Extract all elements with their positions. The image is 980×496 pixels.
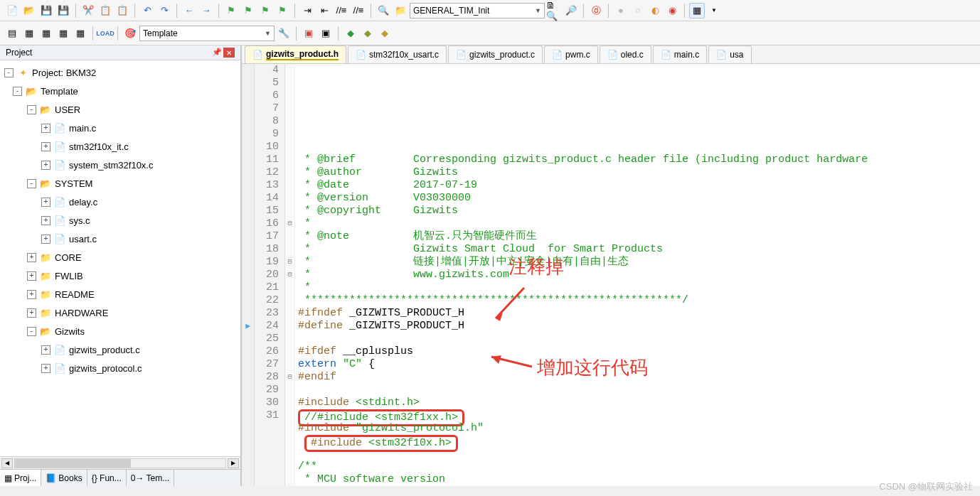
twisty-icon[interactable]: - (27, 105, 36, 114)
debug-button[interactable]: ⓓ (588, 3, 604, 18)
nav-back-button[interactable]: ← (181, 3, 197, 18)
editor-tab[interactable]: 📄oled.c (600, 45, 651, 63)
code-line[interactable]: #endif (298, 371, 980, 384)
code-content[interactable]: 注释掉 增加这行代码 * @brief Corresponding gizwit… (295, 64, 980, 486)
paste-button[interactable]: 📋 (114, 3, 130, 18)
code-line[interactable]: * MCU software version (298, 473, 980, 486)
code-line[interactable]: * @copyright Gizwits (298, 205, 980, 217)
project-tree[interactable]: - ✦ Project: BKM32 -📂Template-📂USER+📄mai… (0, 60, 240, 456)
scroll-right-icon[interactable]: ▶ (228, 458, 239, 468)
code-line[interactable]: #define _GIZWITS_PRODUCT_H (298, 320, 980, 333)
cut-button[interactable]: ✂️ (80, 3, 96, 18)
fold-gutter[interactable]: ⊟⊟⊟⊟ (285, 64, 295, 486)
target-combo[interactable]: Template ▼ (139, 26, 275, 41)
twisty-icon[interactable]: + (41, 198, 50, 207)
twisty-icon[interactable]: - (27, 327, 36, 336)
tree-file[interactable]: +📄main.c (0, 119, 240, 137)
code-line[interactable]: #ifndef _GIZWITS_PRODUCT_H (298, 307, 980, 320)
bookmark-prev-button[interactable]: ⚑ (240, 3, 256, 18)
code-line[interactable]: * @note 机智云.只为智能硬件而生 (298, 230, 980, 243)
outdent-button[interactable]: ⇤ (316, 3, 332, 18)
code-line[interactable]: #ifdef __cplusplus (298, 345, 980, 358)
code-line[interactable]: * @brief Corresponding gizwits_product.c… (298, 153, 980, 166)
tree-file[interactable]: +📄sys.c (0, 211, 240, 230)
code-line[interactable]: #include <stm32f10x.h> (298, 435, 980, 448)
search-next-button[interactable]: 🗎🔍 (546, 3, 562, 18)
uncomment-button[interactable]: //≡ (351, 3, 366, 18)
open-button[interactable]: 📂 (21, 3, 37, 18)
editor-tab[interactable]: 📄usa (708, 45, 751, 63)
layout-dropdown-icon[interactable]: ▼ (706, 3, 722, 18)
tree-folder[interactable]: -📂Gizwits (0, 322, 240, 340)
bookmark-next-button[interactable]: ⚑ (257, 3, 273, 18)
code-line[interactable]: extern "C" { (298, 358, 980, 371)
tab-project[interactable]: ▦ Proj... (0, 470, 41, 486)
pack-olive-icon[interactable]: ◆ (360, 26, 376, 41)
comment-button[interactable]: //≡ (334, 3, 349, 18)
code-line[interactable]: * (298, 217, 980, 230)
stop-build-button[interactable]: ▦ (73, 26, 88, 41)
batch-build-button[interactable]: ▦ (55, 26, 71, 41)
tree-file[interactable]: +📄delay.c (0, 193, 240, 211)
redo-button[interactable]: ↷ (156, 3, 172, 18)
undo-button[interactable]: ↶ (139, 3, 155, 18)
window-layout-button[interactable]: ▦ (689, 3, 705, 18)
tree-file[interactable]: +📄usart.c (0, 230, 240, 248)
tab-templates[interactable]: 0→ Tem... (127, 470, 174, 486)
pin-icon[interactable]: 📌 (212, 48, 222, 58)
breakpoint-kill-button[interactable]: ◐ (647, 3, 663, 18)
breakpoint-enable-button[interactable]: ○ (630, 3, 646, 18)
twisty-icon[interactable]: + (41, 345, 50, 355)
nav-fwd-button[interactable]: → (198, 3, 214, 18)
manage-rte-button[interactable]: ▣ (318, 26, 334, 41)
twisty-icon[interactable]: + (27, 253, 36, 262)
code-line[interactable]: * 链接|增值|开放|中立|安全|自有|自由|生态 (298, 256, 980, 269)
code-line[interactable] (298, 384, 980, 397)
tree-file[interactable]: +📄system_stm32f10x.c (0, 156, 240, 174)
options-button[interactable]: 🔧 (276, 26, 292, 41)
twisty-icon[interactable]: + (41, 364, 50, 373)
tree-folder[interactable]: +📁README (0, 285, 240, 303)
twisty-icon[interactable]: - (4, 68, 14, 77)
editor-tab[interactable]: 📄gizwits_product.h (245, 45, 346, 63)
twisty-icon[interactable]: + (41, 234, 50, 244)
close-icon[interactable]: ✕ (223, 48, 235, 58)
code-line[interactable]: //#include <stm32f1xx.h> (298, 409, 980, 422)
tree-file[interactable]: +📄stm32f10x_it.c (0, 137, 240, 156)
code-line[interactable]: * @version V03030000 (298, 192, 980, 205)
find-files-icon[interactable]: 📁 (393, 3, 408, 18)
twisty-icon[interactable]: + (41, 142, 50, 151)
breakpoint-gutter[interactable]: ▶ (242, 64, 255, 486)
scroll-left-icon[interactable]: ◀ (1, 458, 13, 468)
incremental-find-button[interactable]: 🔎 (563, 3, 579, 18)
editor-tab[interactable]: 📄main.c (653, 45, 707, 63)
twisty-icon[interactable]: + (41, 216, 50, 225)
tree-file[interactable]: +📄gizwits_product.c (0, 340, 240, 359)
indent-button[interactable]: ⇥ (299, 3, 315, 18)
code-line[interactable]: #include <stdint.h> (298, 397, 980, 409)
new-file-button[interactable]: 📄 (4, 3, 20, 18)
twisty-icon[interactable]: + (41, 124, 50, 133)
code-line[interactable]: * Gizwits Smart Cloud for Smart Products (298, 243, 980, 256)
tree-folder[interactable]: -📂USER (0, 100, 240, 119)
save-all-button[interactable]: 💾 (55, 3, 71, 18)
tree-folder[interactable]: +📁FWLIB (0, 266, 240, 285)
rebuild-button[interactable]: ▦ (38, 26, 54, 41)
code-line[interactable]: * www.gizwits.com (298, 269, 980, 281)
breakpoint-disable-button[interactable]: ◉ (664, 3, 680, 18)
tab-functions[interactable]: {} Fun... (87, 470, 127, 486)
editor-tab[interactable]: 📄stm32f10x_usart.c (348, 45, 447, 63)
tree-root[interactable]: - ✦ Project: BKM32 (0, 63, 240, 82)
code-line[interactable]: #include "gizwits_protocol.h" (298, 422, 980, 435)
bookmark-button[interactable]: ⚑ (223, 3, 239, 18)
scroll-track[interactable] (14, 458, 226, 468)
tab-books[interactable]: 📘 Books (41, 470, 87, 486)
code-line[interactable]: ****************************************… (298, 294, 980, 307)
twisty-icon[interactable]: + (27, 308, 36, 318)
scroll-thumb[interactable] (15, 459, 131, 468)
find-in-files-button[interactable]: 🔍 (376, 3, 391, 18)
tree-folder[interactable]: +📁CORE (0, 248, 240, 266)
editor-tab[interactable]: 📄gizwits_product.c (448, 45, 543, 63)
twisty-icon[interactable]: + (41, 161, 50, 170)
function-combo[interactable]: GENERAL_TIM_Init ▼ (410, 3, 545, 18)
